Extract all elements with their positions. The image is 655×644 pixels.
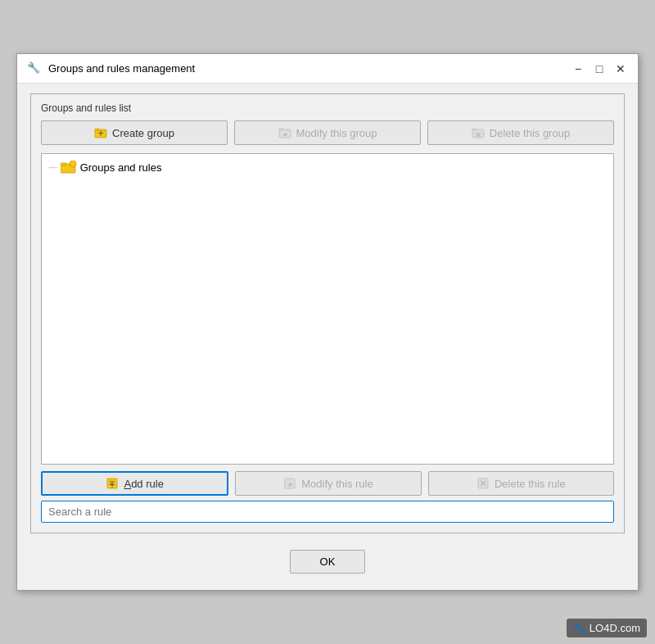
bottom-button-row: + Add rule Modify this rule [41,471,614,496]
bottom-buttons-row: OK [30,542,625,577]
create-group-label: Create group [112,127,174,139]
group-box: Groups and rules list + Create group [30,93,625,533]
add-rule-label: Add rule [124,478,163,490]
svg-rect-4 [279,129,283,130]
tree-root-item[interactable]: ······ Groups and rules [45,159,610,175]
modify-rule-button[interactable]: Modify this rule [235,471,421,496]
create-group-button[interactable]: + Create group [41,120,228,145]
modify-group-button[interactable]: Modify this group [234,120,421,145]
title-controls: − □ ✕ [571,61,628,76]
svg-text:+: + [110,478,116,490]
title-bar: 🔧 Groups and rules management − □ ✕ [17,54,638,84]
rule-edit-icon [283,477,296,490]
add-rule-button[interactable]: + Add rule [41,471,228,496]
search-rule-input[interactable] [41,501,614,523]
maximize-button[interactable]: □ [592,61,607,76]
delete-rule-label: Delete this rule [495,478,566,490]
rule-add-icon: + [106,477,119,490]
delete-rule-button[interactable]: Delete this rule [428,471,614,496]
delete-group-button[interactable]: Delete this group [427,120,614,145]
tree-root-label: Groups and rules [80,161,162,174]
add-rule-underline: A [124,478,131,490]
watermark-icon: 🐾 [573,622,586,634]
group-box-label: Groups and rules list [41,102,614,114]
svg-rect-6 [472,129,477,130]
rule-delete-icon [477,477,490,490]
modify-group-label: Modify this group [296,127,377,139]
folder-add-icon: + [94,126,107,139]
modify-rule-label: Modify this rule [301,478,373,490]
main-window: 🔧 Groups and rules management − □ ✕ Grou… [16,53,639,591]
window-title: Groups and rules management [48,62,195,75]
close-button[interactable]: ✕ [613,61,628,76]
watermark: 🐾 LO4D.com [567,619,647,637]
ok-button[interactable]: OK [290,550,366,574]
watermark-text: LO4D.com [590,622,640,634]
svg-text:+: + [97,127,104,139]
window-body: Groups and rules list + Create group [17,84,638,590]
tree-dots: ······ [48,163,57,172]
delete-group-label: Delete this group [490,127,570,139]
svg-rect-10 [61,163,66,166]
title-bar-left: 🔧 Groups and rules management [27,61,195,76]
top-button-row: + Create group Modify this group [41,120,614,145]
svg-point-11 [70,161,76,167]
svg-rect-5 [472,129,484,138]
minimize-button[interactable]: − [571,61,585,76]
tree-folder-icon [61,161,77,174]
folder-edit-icon [278,126,291,139]
folder-delete-icon [472,126,485,139]
app-icon: 🔧 [27,61,42,76]
tree-view[interactable]: ······ Groups and rules [41,153,614,465]
